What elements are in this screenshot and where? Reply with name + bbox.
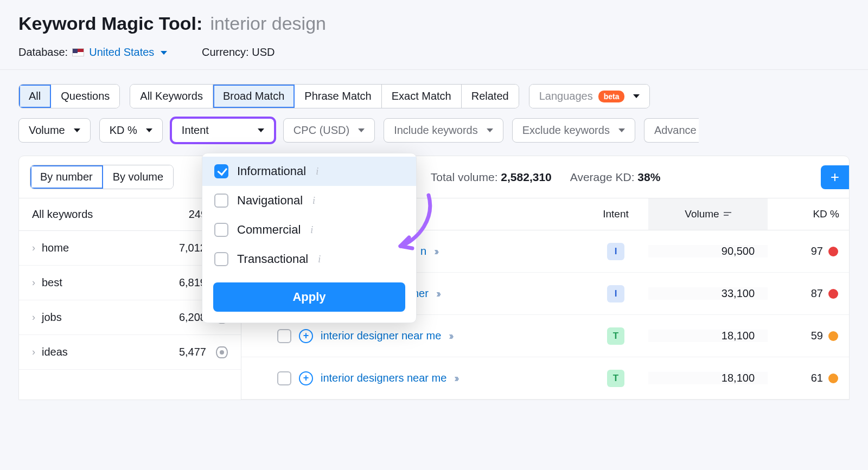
scope-toggle: All Questions xyxy=(18,84,120,108)
database-value[interactable]: United States xyxy=(89,46,154,58)
intent-option-navigational[interactable]: Navigational i xyxy=(202,186,416,215)
intent-badge: I xyxy=(607,243,624,260)
filter-volume[interactable]: Volume xyxy=(18,118,91,143)
intent-option-transactional[interactable]: Transactional i xyxy=(202,244,416,274)
intent-badge: T xyxy=(607,370,624,387)
tab-related[interactable]: Related xyxy=(462,85,519,108)
chevron-down-icon xyxy=(487,128,493,132)
chevron-down-icon xyxy=(258,128,264,132)
tab-exact-match[interactable]: Exact Match xyxy=(382,85,462,108)
keyword-link[interactable]: interior designer near me xyxy=(321,330,441,342)
results-panel: By number By volume 3 Total volume: 2,58… xyxy=(18,156,850,400)
intent-dropdown: Informational i Navigational i Commercia… xyxy=(202,153,417,323)
chevrons-icon: ›› xyxy=(434,245,437,257)
volume-value: 33,100 xyxy=(648,287,768,300)
chevrons-icon: ›› xyxy=(454,372,457,384)
beta-badge: beta xyxy=(598,91,625,102)
chevrons-icon: ›› xyxy=(436,287,439,300)
chevron-down-icon xyxy=(358,128,365,132)
sort-desc-icon xyxy=(724,211,731,217)
tab-phrase-match[interactable]: Phrase Match xyxy=(295,85,381,108)
info-icon[interactable]: i xyxy=(312,195,315,207)
database-selector[interactable]: Database: United States xyxy=(18,46,167,59)
kd-value: 87 xyxy=(768,287,849,300)
chevron-right-icon: › xyxy=(32,312,35,323)
chevron-down-icon xyxy=(146,128,152,132)
difficulty-dot-icon xyxy=(828,247,838,256)
languages-button[interactable]: Languages beta xyxy=(529,84,650,108)
tab-all[interactable]: All xyxy=(19,85,51,108)
table-row: + interior designers near me ›› T 18,100… xyxy=(241,357,849,400)
title-row: Keyword Magic Tool: interior design xyxy=(18,13,850,34)
tab-broad-match[interactable]: Broad Match xyxy=(213,85,295,108)
difficulty-dot-icon xyxy=(828,374,838,383)
database-label: Database: xyxy=(18,46,68,58)
checkbox-icon[interactable] xyxy=(214,252,228,266)
volume-value: 18,100 xyxy=(648,330,768,342)
info-icon[interactable]: i xyxy=(310,224,313,236)
chevrons-icon: ›› xyxy=(449,330,451,342)
keyword-cell: + interior designers near me ›› xyxy=(241,363,583,394)
difficulty-dot-icon xyxy=(828,331,838,341)
volume-value: 18,100 xyxy=(648,372,768,384)
chevron-right-icon: › xyxy=(32,242,35,254)
keyword-link[interactable]: interior designers near me xyxy=(321,372,446,384)
kd-value: 61 xyxy=(768,372,849,384)
tab-questions[interactable]: Questions xyxy=(51,85,119,108)
intent-badge: I xyxy=(607,285,624,302)
view-mode-toggle: By number By volume xyxy=(30,165,174,189)
us-flag-icon xyxy=(72,48,84,56)
volume-value: 90,500 xyxy=(648,245,768,257)
eye-icon[interactable] xyxy=(216,346,228,358)
chevron-right-icon: › xyxy=(32,346,35,358)
currency-display: Currency: USD xyxy=(202,46,275,59)
chevron-down-icon xyxy=(74,128,80,132)
chevron-right-icon: › xyxy=(32,277,35,288)
kd-value: 59 xyxy=(768,330,849,342)
checkbox-checked-icon[interactable] xyxy=(214,164,228,178)
apply-button[interactable]: Apply xyxy=(213,282,405,312)
row-checkbox[interactable] xyxy=(277,371,291,385)
page-title: Keyword Magic Tool: xyxy=(18,13,202,34)
filter-include[interactable]: Include keywords xyxy=(384,118,503,143)
keyword-cell: + interior designer near me ›› xyxy=(241,320,583,352)
chevron-down-icon xyxy=(618,128,625,132)
info-icon[interactable]: i xyxy=(318,254,321,265)
checkbox-icon[interactable] xyxy=(214,194,228,208)
intent-option-informational[interactable]: Informational i xyxy=(202,157,416,186)
view-by-number[interactable]: By number xyxy=(30,165,103,189)
row-checkbox[interactable] xyxy=(277,329,291,343)
page-header: Keyword Magic Tool: interior design Data… xyxy=(0,0,868,70)
checkbox-icon[interactable] xyxy=(214,223,228,237)
difficulty-dot-icon xyxy=(828,289,838,299)
match-type-group: All Keywords Broad Match Phrase Match Ex… xyxy=(130,84,519,108)
intent-badge: T xyxy=(607,327,624,345)
filter-kd[interactable]: KD % xyxy=(99,118,163,143)
filter-advanced[interactable]: Advance xyxy=(644,118,699,143)
filter-exclude[interactable]: Exclude keywords xyxy=(512,118,635,143)
subheader: Database: United States Currency: USD xyxy=(18,46,850,59)
add-button[interactable]: + xyxy=(821,165,849,189)
filter-cpc[interactable]: CPC (USD) xyxy=(283,118,375,143)
stats-row: By number By volume 3 Total volume: 2,58… xyxy=(19,156,849,198)
col-volume[interactable]: Volume xyxy=(648,198,768,230)
intent-option-commercial[interactable]: Commercial i xyxy=(202,215,416,244)
chevron-down-icon xyxy=(161,51,167,55)
view-by-volume[interactable]: By volume xyxy=(103,165,173,189)
filter-row: Volume KD % Intent CPC (USD) Include key… xyxy=(0,118,868,156)
tab-all-keywords[interactable]: All Keywords xyxy=(130,85,213,108)
match-toolbar: All Questions All Keywords Broad Match P… xyxy=(0,70,868,118)
chevron-down-icon xyxy=(633,94,640,98)
stat-total-volume: Total volume: 2,582,310 xyxy=(431,171,552,184)
col-intent[interactable]: Intent xyxy=(583,198,648,230)
page-query: interior design xyxy=(210,13,326,34)
add-keyword-icon[interactable]: + xyxy=(299,329,313,343)
col-kd[interactable]: KD % xyxy=(768,198,849,230)
kd-value: 97 xyxy=(768,245,849,257)
sidebar-item[interactable]: › ideas 5,477 xyxy=(19,335,241,370)
languages-label: Languages xyxy=(539,90,593,102)
info-icon[interactable]: i xyxy=(316,166,318,177)
add-keyword-icon[interactable]: + xyxy=(299,371,313,385)
stat-avg-kd: Average KD: 38% xyxy=(570,171,661,184)
filter-intent[interactable]: Intent xyxy=(171,118,275,143)
